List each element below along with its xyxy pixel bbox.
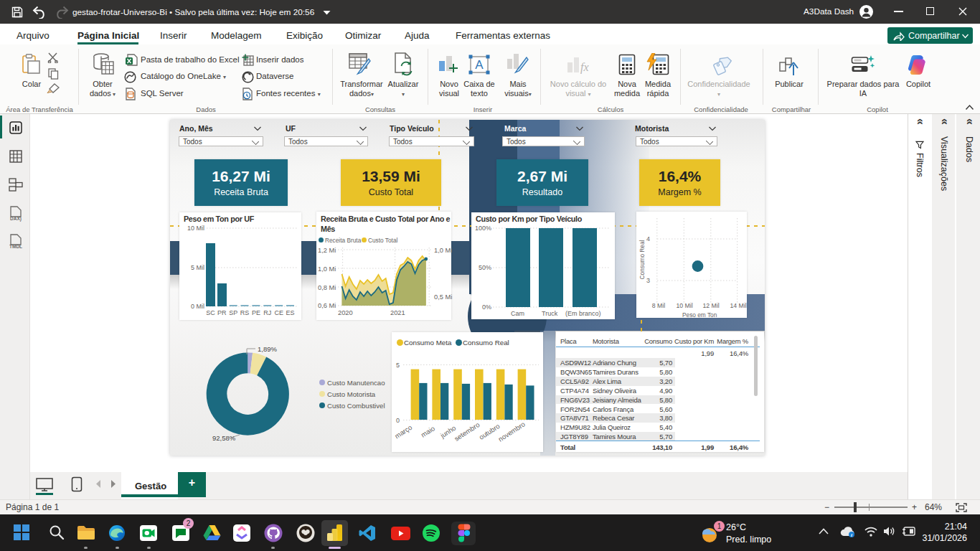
svg-text:A: A bbox=[475, 58, 484, 72]
svg-text:Custo Motorista: Custo Motorista bbox=[327, 390, 376, 398]
svg-text:i: i bbox=[851, 532, 852, 537]
svg-text:DAX): DAX) bbox=[10, 216, 22, 222]
svg-text:Custo Combustivel: Custo Combustivel bbox=[327, 402, 385, 410]
svg-text:Custo Manutencao: Custo Manutencao bbox=[327, 379, 385, 387]
svg-text:fx: fx bbox=[580, 61, 589, 74]
svg-text:92,58%: 92,58% bbox=[212, 434, 236, 442]
svg-text:TMDL: TMDL bbox=[9, 244, 22, 249]
svg-text:1,89%: 1,89% bbox=[258, 345, 277, 353]
